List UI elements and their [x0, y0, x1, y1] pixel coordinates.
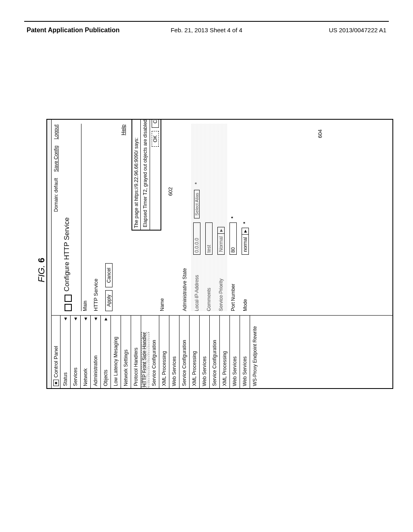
apply-button[interactable]: Apply	[105, 290, 113, 311]
sidebar-item[interactable]: Administration	[91, 316, 101, 388]
chevron-down-icon: ▶	[218, 227, 224, 234]
form-row: Local IP Address0.0.0.0Select Alias*	[191, 124, 203, 311]
tab-main[interactable]: Main	[82, 124, 88, 311]
sidebar-item[interactable]: Protocol Handlers	[131, 316, 141, 388]
sidebar-item[interactable]: Web Services	[200, 316, 210, 388]
pub-header-right: US 2013/0047222 A1	[329, 27, 386, 33]
chevron-left-icon	[83, 318, 88, 320]
sidebar-item[interactable]: Web Services	[169, 316, 179, 388]
chevron-left-icon	[94, 318, 98, 320]
sidebar-item[interactable]: Service Configuration	[149, 316, 159, 388]
form-row: Commentstest	[203, 124, 215, 311]
sidebar-item[interactable]: Network	[81, 316, 91, 388]
chevron-right-icon	[104, 318, 108, 320]
alert-ok-button[interactable]: OK	[152, 131, 159, 147]
required-star: *	[230, 216, 236, 218]
sidebar-item[interactable]: Web Services	[240, 316, 250, 388]
form-row: Modenormal▶*	[239, 124, 251, 311]
name-label: Name	[159, 255, 165, 311]
text-input[interactable]: 80	[229, 222, 237, 255]
sidebar-item[interactable]: Web Services	[230, 316, 240, 388]
panel-icon: ▣	[53, 380, 59, 386]
chevron-left-icon	[63, 318, 67, 320]
checkbox-1[interactable]	[65, 304, 72, 311]
sidebar-item[interactable]: Services	[71, 316, 81, 388]
sidebar-item[interactable]: Service Configuration	[210, 316, 220, 388]
field-label: Comments	[206, 255, 212, 311]
page-title: Configure HTTP Service	[63, 217, 71, 291]
checkbox-2[interactable]	[65, 295, 72, 302]
sidebar-item[interactable]: XML Processing	[220, 316, 230, 388]
form-row: Service PriorityNormal▶	[215, 124, 227, 311]
required-star: *	[194, 182, 200, 184]
sidebar-title: ▣ Control Panel	[52, 316, 60, 388]
window-titlebar	[47, 120, 52, 388]
alert-title-text: The page at https://9.22.96.66:9090/ say…	[133, 137, 139, 228]
select-field[interactable]: normal▶	[242, 228, 249, 255]
sidebar-item[interactable]: WS-Proxy Endpoint Rewrite	[250, 316, 260, 388]
sidebar-item[interactable]: Objects	[101, 316, 111, 388]
sidebar-item[interactable]: Low Latency Mesaging	[111, 316, 121, 388]
ref-602: 602	[167, 187, 173, 196]
select-field[interactable]: Normal▶	[217, 227, 225, 255]
figure-label: FIG.6	[36, 258, 47, 282]
field-label: Service Priority	[218, 255, 224, 311]
ref-604: 604	[317, 129, 323, 138]
sidebar-item[interactable]: Status	[60, 316, 71, 388]
alert-body: Elapsed Timer T2, grayed out objects are…	[141, 119, 150, 230]
alert-dialog: The page at https://9.22.96.66:9090/ say…	[131, 119, 161, 231]
sidebar-item[interactable]: Network Settings	[121, 316, 131, 388]
form-row: Port Number80*	[227, 124, 239, 311]
header-links: Domain: default Save Config Logout	[53, 125, 59, 217]
logout-link[interactable]: Logout	[53, 125, 59, 139]
domain-label: Domain: default	[53, 178, 59, 212]
required-star: *	[242, 222, 248, 224]
sidebar: ▣ Control Panel StatusServicesNetworkAdm…	[52, 315, 392, 388]
select-alias-button[interactable]: Select Alias	[194, 190, 200, 218]
admin-state-label: Administrative State	[182, 255, 188, 311]
alert-cancel-button[interactable]: Cancel	[152, 119, 159, 128]
text-input[interactable]: test	[205, 222, 213, 255]
sidebar-item[interactable]: XML Processing	[190, 316, 200, 388]
section-title: HTTP Service	[93, 124, 99, 311]
sidebar-item[interactable]: HTTP Front Side Handler	[141, 332, 149, 387]
chevron-left-icon	[73, 318, 77, 320]
field-label: Port Number	[230, 255, 236, 311]
save-config-link[interactable]: Save Config	[53, 145, 59, 172]
app-window: ▣ Control Panel StatusServicesNetworkAdm…	[46, 119, 393, 389]
chevron-down-icon: ▶	[242, 228, 248, 235]
sidebar-item[interactable]: Service Configuration	[179, 316, 190, 388]
content-pane: Domain: default Save Config Logout Confi…	[52, 120, 392, 315]
text-input[interactable]: 0.0.0.0	[193, 222, 200, 255]
field-label: Local IP Address	[194, 255, 200, 311]
sidebar-item[interactable]: XML Processing	[159, 316, 169, 388]
field-label: Mode	[242, 255, 248, 311]
help-link[interactable]: Help	[120, 125, 126, 135]
cancel-button[interactable]: Cancel	[105, 263, 113, 287]
